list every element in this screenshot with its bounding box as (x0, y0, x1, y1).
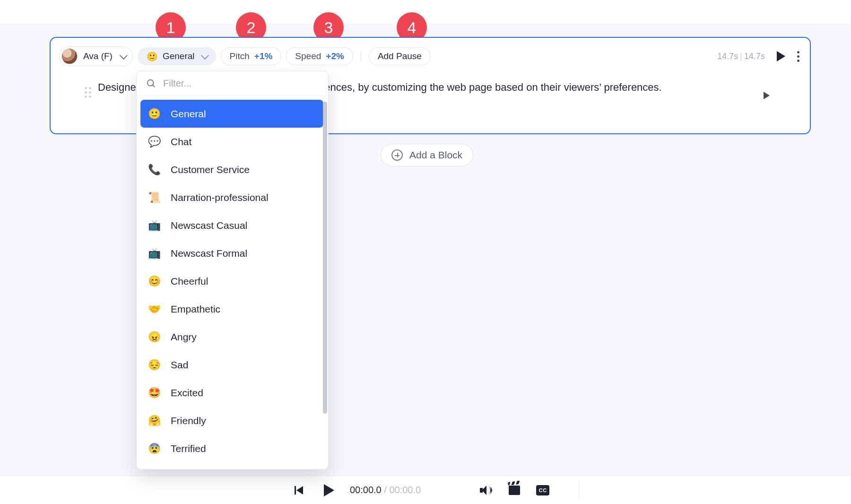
style-option-emoji-icon: 📞 (148, 164, 160, 176)
volume-button[interactable] (479, 484, 493, 497)
pitch-value: +1% (254, 51, 273, 61)
volume-icon (480, 485, 492, 495)
style-option[interactable]: 😊Cheerful (140, 267, 323, 295)
style-option[interactable]: 🤗Friendly (140, 407, 323, 434)
chevron-down-icon (200, 52, 208, 60)
skip-previous-button[interactable] (293, 484, 306, 497)
style-option-label: Narration-professional (171, 192, 269, 203)
style-option-label: Empathetic (171, 304, 220, 315)
style-option-emoji-icon: 😠 (148, 331, 160, 343)
pitch-control[interactable]: Pitch +1% (221, 47, 282, 65)
style-option-label: General (171, 108, 206, 120)
chevron-down-icon (120, 52, 128, 60)
player-divider (579, 481, 579, 500)
dropdown-search (137, 71, 328, 96)
video-button[interactable] (508, 484, 521, 497)
style-option[interactable]: 😠Angry (140, 323, 323, 351)
style-option-label: Angry (171, 331, 197, 343)
pitch-label: Pitch (230, 51, 250, 61)
style-option[interactable]: 📜Narration-professional (140, 183, 323, 211)
style-option[interactable]: 🙂General (140, 100, 323, 128)
add-pause-label: Add Pause (378, 51, 422, 61)
style-option-label: Terrified (171, 443, 206, 454)
style-option-label: Customer Service (171, 164, 250, 175)
clapper-icon (509, 486, 520, 495)
play-icon (777, 51, 785, 61)
svg-line-1 (153, 85, 155, 87)
style-option-emoji-icon: 🤩 (148, 387, 160, 399)
style-label: General (163, 51, 195, 61)
style-option-label: Sad (171, 359, 188, 371)
style-option-emoji-icon: 🙂 (148, 108, 160, 120)
speed-control[interactable]: Speed +2% (286, 47, 353, 65)
captions-button[interactable]: CC (536, 484, 549, 497)
scrollbar[interactable] (323, 102, 327, 414)
dropdown-list: 🙂General💬Chat📞Customer Service📜Narration… (137, 96, 328, 462)
voice-label: Ava (F) (83, 51, 113, 61)
style-option-label: Excited (171, 387, 203, 399)
toolbar-divider (361, 51, 361, 61)
style-option-emoji-icon: 📺 (148, 247, 160, 260)
player-bar: 00:00.0 / 00:00.0 CC (0, 476, 851, 504)
play-icon (764, 92, 770, 99)
skip-previous-icon (295, 485, 305, 495)
style-option-emoji-icon: 😊 (148, 275, 160, 287)
svg-point-0 (148, 79, 154, 86)
block-more-menu[interactable] (795, 49, 801, 64)
style-option[interactable]: 😔Sad (140, 351, 323, 379)
add-block-label: Add a Block (409, 149, 462, 161)
style-option[interactable]: 🤩Excited (140, 379, 323, 407)
style-option-label: Friendly (171, 415, 206, 426)
cc-icon: CC (536, 485, 549, 495)
style-option-label: Newscast Casual (171, 220, 247, 231)
style-option-emoji-icon: 💬 (148, 136, 160, 148)
block-toolbar: Ava (F) 🙂 General Pitch +1% Speed +2% Ad… (59, 46, 431, 66)
player-time: 00:00.0 / 00:00.0 (350, 485, 421, 495)
style-selector[interactable]: 🙂 General (138, 47, 216, 65)
global-play-button[interactable] (321, 484, 335, 497)
drag-handle-icon[interactable] (85, 87, 93, 98)
style-option-emoji-icon: 📺 (148, 219, 160, 232)
style-option[interactable]: 📺Newscast Formal (140, 239, 323, 267)
style-option-emoji-icon: 🤝 (148, 303, 160, 315)
app-header (0, 0, 851, 24)
style-option-emoji-icon: 📜 (148, 191, 160, 204)
add-pause-button[interactable]: Add Pause (369, 47, 431, 65)
add-block-button[interactable]: Add a Block (381, 144, 473, 166)
avatar (61, 48, 78, 64)
style-option-label: Newscast Formal (171, 248, 247, 259)
style-option[interactable]: 💬Chat (140, 128, 323, 156)
style-option[interactable]: 📺Newscast Casual (140, 211, 323, 239)
style-option[interactable]: 📞Customer Service (140, 156, 323, 183)
style-option-emoji-icon: 😔 (148, 359, 160, 371)
style-option[interactable]: 😨Terrified (140, 434, 323, 462)
dropdown-filter-input[interactable] (163, 78, 319, 89)
style-dropdown: 🙂General💬Chat📞Customer Service📜Narration… (136, 71, 329, 469)
speed-value: +2% (326, 51, 344, 61)
style-option-label: Chat (171, 136, 191, 148)
search-icon (146, 78, 156, 89)
play-line-button[interactable] (759, 89, 772, 102)
style-option-emoji-icon: 🤗 (148, 415, 160, 427)
play-block-button[interactable] (773, 50, 787, 63)
block-toolbar-right: 14.7s|14.7s (717, 46, 801, 66)
style-emoji-icon: 🙂 (147, 51, 158, 62)
speed-label: Speed (295, 51, 321, 61)
style-option-emoji-icon: 😨 (148, 443, 160, 455)
block-duration: 14.7s|14.7s (717, 52, 765, 61)
plus-circle-icon (391, 149, 403, 161)
style-option[interactable]: 🤝Empathetic (140, 295, 323, 323)
voice-selector[interactable]: Ava (F) (59, 46, 133, 66)
style-option-label: Cheerful (171, 276, 208, 287)
play-icon (324, 484, 334, 496)
